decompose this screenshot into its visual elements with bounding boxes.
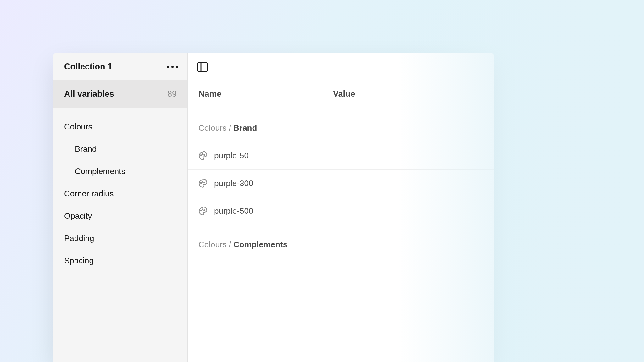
sidebar-item-opacity[interactable]: Opacity: [53, 205, 187, 227]
group-header-brand: Colours / Brand: [188, 108, 494, 142]
variable-row[interactable]: purple-500: [188, 197, 494, 225]
collection-title: Collection 1: [64, 62, 112, 72]
group-path: Colours /: [198, 123, 233, 133]
group-header-complements: Colours / Complements: [188, 225, 494, 258]
sidebar-toggle-icon[interactable]: [197, 62, 208, 72]
group-name: Complements: [233, 240, 287, 249]
column-value-header: Value: [322, 89, 355, 99]
svg-point-7: [204, 182, 205, 183]
sidebar-nav: Colours Brand Complements Corner radius …: [53, 108, 187, 272]
svg-point-8: [201, 210, 202, 211]
variable-name: purple-500: [214, 206, 253, 216]
all-variables-count: 89: [167, 89, 177, 99]
svg-point-10: [204, 210, 205, 211]
sidebar-item-padding[interactable]: Padding: [53, 227, 187, 250]
sidebar-item-colours[interactable]: Colours: [53, 116, 187, 138]
main-toolbar: [188, 53, 494, 80]
palette-icon: [198, 179, 207, 188]
sidebar-item-brand[interactable]: Brand: [53, 138, 187, 160]
columns-header: Name Value: [188, 80, 494, 108]
sidebar-item-spacing[interactable]: Spacing: [53, 250, 187, 272]
variable-name: purple-50: [214, 151, 249, 161]
all-variables-label: All variables: [64, 89, 114, 99]
palette-icon: [198, 151, 207, 160]
variable-row[interactable]: purple-50: [188, 142, 494, 169]
group-name: Brand: [233, 123, 257, 133]
sidebar-header: Collection 1: [53, 53, 187, 80]
variable-name: purple-300: [214, 178, 253, 188]
sidebar-item-complements[interactable]: Complements: [53, 160, 187, 183]
palette-icon: [198, 207, 207, 216]
group-path: Colours /: [198, 240, 233, 249]
more-icon[interactable]: [167, 66, 178, 68]
svg-point-5: [201, 182, 202, 183]
main-area: Name Value Colours / Brand purple-50: [188, 53, 494, 362]
sidebar-item-corner-radius[interactable]: Corner radius: [53, 183, 187, 205]
svg-point-9: [202, 209, 203, 210]
svg-point-4: [204, 154, 205, 155]
variables-panel: Collection 1 All variables 89 Colours Br…: [53, 53, 494, 362]
sidebar: Collection 1 All variables 89 Colours Br…: [53, 53, 188, 362]
svg-point-6: [202, 181, 203, 182]
column-name-header: Name: [188, 80, 322, 108]
svg-rect-0: [198, 63, 208, 71]
svg-point-3: [202, 153, 203, 154]
sidebar-item-all-variables[interactable]: All variables 89: [53, 80, 187, 108]
svg-point-2: [201, 155, 202, 156]
variable-row[interactable]: purple-300: [188, 169, 494, 197]
